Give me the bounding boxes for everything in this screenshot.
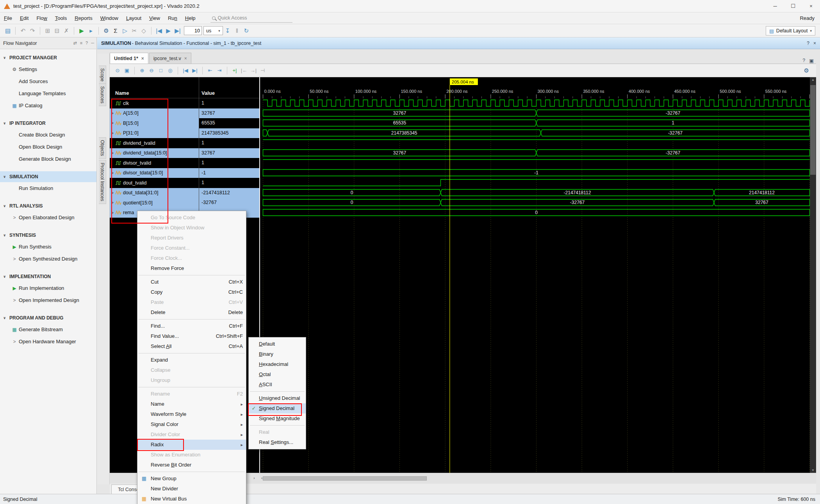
flow-section-header-rtl-analysis[interactable]: ∨RTL ANALYSIS [0,201,96,211]
signal-name-row[interactable]: dividend_tvalid [110,138,199,148]
flow-item-open-synthesized-design[interactable]: >Open Synthesized Design [0,253,96,265]
flow-item-settings[interactable]: ⚙Settings [0,63,96,75]
context-menu-item-cut[interactable]: CutCtrl+X [137,277,246,287]
break-sim-icon[interactable]: ‖ [232,26,242,35]
radix-option-ascii[interactable]: ASCII [249,380,306,390]
signal-name-row[interactable]: divisor_tvalid [110,158,199,168]
radix-option-unsigned-decimal[interactable]: Unsigned Decimal [249,393,306,403]
signal-value-cell[interactable]: -2147418112 [199,188,260,198]
time-unit-select[interactable]: us ▾ [203,26,223,35]
expand-arrow-icon[interactable]: > [110,191,115,195]
run-button-icon[interactable]: ▶ [77,26,86,35]
go-to-start-icon[interactable]: |◀ [181,66,190,75]
flow-item-open-implemented-design[interactable]: >Open Implemented Design [0,294,96,306]
close-icon[interactable]: × [813,41,816,46]
flow-section-header-program-and-debug[interactable]: ∨PROGRAM AND DEBUG [0,312,96,323]
flow-item-language-templates[interactable]: Language Templates [0,87,96,99]
zoom-in-icon[interactable]: ⊕ [137,66,147,75]
tab-untitled-1[interactable]: Untitled 1*× [110,53,148,64]
radix-option-signed-magnitude[interactable]: Signed Magnitude [249,413,306,424]
context-menu-item-copy[interactable]: CopyCtrl+C [137,287,246,297]
signal-name-row[interactable]: clk [110,98,199,108]
vertical-scrollbar-thumb[interactable] [810,85,816,175]
swap-cursors-icon[interactable]: ⊣ [258,66,267,75]
collapse-icon[interactable]: ─ [91,41,94,46]
side-tab-sources[interactable]: Sources [99,83,106,106]
flow-item-generate-bitstream[interactable]: ▦Generate Bitstream [0,323,96,335]
flow-item-open-elaborated-design[interactable]: >Open Elaborated Design [0,211,96,224]
scroll-up-icon[interactable]: ▲ [810,78,816,82]
close-icon[interactable]: × [184,56,187,61]
side-tab-objects[interactable]: Objects [99,137,106,159]
expand-arrow-icon[interactable]: > [110,111,115,115]
radix-option-hexadecimal[interactable]: Hexadecimal [249,359,306,369]
menubar-item-edit[interactable]: Edit [16,12,32,24]
run-for-time-icon[interactable]: ▶| [173,26,182,35]
signal-name-row[interactable]: dout_tvalid [110,178,199,188]
flow-item-create-block-design[interactable]: Create Block Design [0,129,96,141]
expand-arrow-icon[interactable]: > [110,121,115,125]
flow-section-header-synthesis[interactable]: ∨SYNTHESIS [0,230,96,241]
radix-option-signed-decimal[interactable]: ✓Signed Decimal [249,403,306,413]
value-column-header[interactable]: Value [201,90,215,96]
signal-name-row[interactable]: >A[15:0] [110,108,199,119]
signal-name-row[interactable]: >dout_tdata[31:0] [110,188,199,198]
context-menu-item-new-divider[interactable]: New Divider [137,484,246,494]
settings-gear-icon[interactable]: ⚙ [102,26,111,35]
side-tab-scope[interactable]: Scope [99,66,106,84]
context-menu-item-find-value[interactable]: Find Value...Ctrl+Shift+F [137,331,246,341]
expand-arrow-icon[interactable]: > [110,211,115,215]
flow-item-generate-block-design[interactable]: Generate Block Design [0,153,96,165]
zoom-to-cursor-icon[interactable]: ◎ [166,66,175,75]
flow-section-header-project-manager[interactable]: ∨PROJECT MANAGER [0,52,96,63]
flow-item-open-block-design[interactable]: Open Block Design [0,141,96,153]
expand-arrow-icon[interactable]: > [110,151,115,155]
redo-icon[interactable]: ↷ [28,26,37,35]
context-menu-item-name[interactable]: Name▸ [137,399,246,409]
scroll-down-icon[interactable]: ▼ [810,469,816,472]
signal-value-cell[interactable]: 1 [199,138,260,148]
vertical-scrollbar[interactable]: ▲ ▼ [810,77,816,473]
waveform-svg[interactable]: 0.000 ns50.000 ns100.000 ns150.000 ns200… [260,77,810,473]
expand-arrow-icon[interactable]: > [110,171,115,175]
tab-ipcore-test-v[interactable]: ipcore_test.v× [149,53,191,64]
signal-value-cell[interactable]: 2147385345 [199,128,260,138]
delete-icon[interactable]: ✗ [62,26,71,35]
run-time-input[interactable] [184,26,202,35]
probe-icon[interactable]: ◇ [139,26,148,35]
save-waveform-icon[interactable]: ▣ [122,66,132,75]
signal-value-cell[interactable]: 1 [199,158,260,168]
context-menu-item-select-all[interactable]: Select AllCtrl+A [137,341,246,351]
previous-marker-icon[interactable]: |← [239,66,249,75]
signal-value-cell[interactable]: -32767 [199,198,260,208]
layout-select[interactable]: ▤ Default Layout ▾ [766,26,815,35]
reports-sigma-icon[interactable]: Σ [111,26,120,35]
maximize-icon[interactable]: ☐ [784,0,802,12]
signal-value-cell[interactable]: -1 [199,168,260,178]
relaunch-sim-icon[interactable]: ↻ [242,26,251,35]
context-menu-item-expand[interactable]: Expand [137,355,246,365]
menubar-item-reports[interactable]: Reports [71,12,96,24]
wave-settings-gear-icon[interactable]: ⚙ [804,67,809,74]
signal-name-row[interactable]: >P[31:0] [110,128,199,138]
step-run-icon[interactable]: ▸ [86,26,96,35]
restart-sim-icon[interactable]: |◀ [154,26,164,35]
copy-icon[interactable]: ⊞ [43,26,52,35]
side-tab-protocol-instances[interactable]: Protocol Instances [99,160,106,204]
file-operations-icon[interactable]: ▤ [3,26,12,35]
flow-item-open-hardware-manager[interactable]: >Open Hardware Manager [0,335,96,348]
signal-value-cell[interactable]: 32767 [199,148,260,158]
menubar-item-run[interactable]: Run [164,12,181,24]
help-icon[interactable]: ? [86,41,88,46]
close-icon[interactable]: × [141,56,144,61]
previous-transition-icon[interactable]: ⇤ [205,66,215,75]
menubar-item-help[interactable]: Help [181,12,200,24]
scissors-icon[interactable]: ✂ [130,26,139,35]
next-transition-icon[interactable]: ⇥ [215,66,224,75]
flow-item-add-sources[interactable]: Add Sources [0,75,96,87]
horizontal-scrollbar-thumb[interactable] [263,476,427,481]
add-marker-icon[interactable]: +| [230,66,239,75]
flow-item-run-synthesis[interactable]: ▶Run Synthesis [0,241,96,253]
minimize-icon[interactable]: ─ [766,0,784,12]
context-menu-item-delete[interactable]: DeleteDelete [137,307,246,318]
